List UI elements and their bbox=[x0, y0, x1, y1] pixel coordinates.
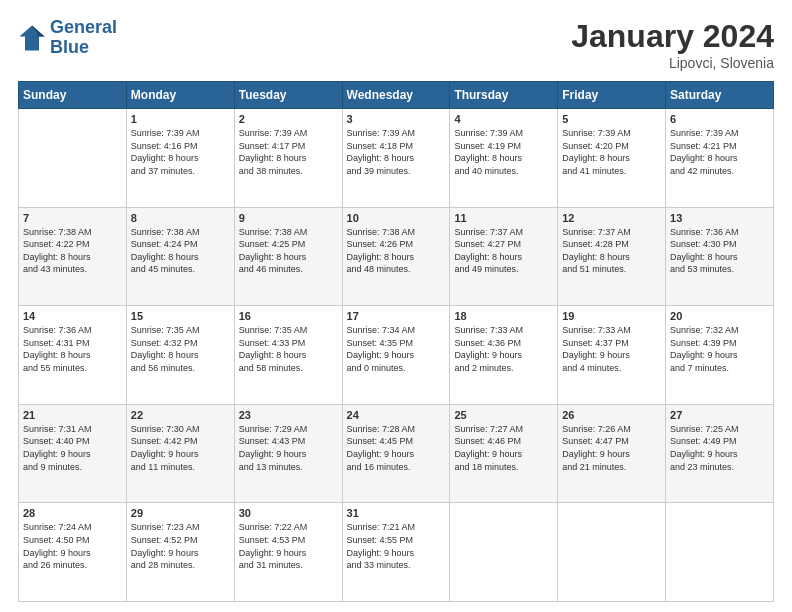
calendar-cell: 27Sunrise: 7:25 AMSunset: 4:49 PMDayligh… bbox=[666, 404, 774, 503]
calendar-cell: 3Sunrise: 7:39 AMSunset: 4:18 PMDaylight… bbox=[342, 109, 450, 208]
calendar-cell: 2Sunrise: 7:39 AMSunset: 4:17 PMDaylight… bbox=[234, 109, 342, 208]
day-number: 13 bbox=[670, 212, 769, 224]
calendar-table: SundayMondayTuesdayWednesdayThursdayFrid… bbox=[18, 81, 774, 602]
day-info: Sunrise: 7:21 AMSunset: 4:55 PMDaylight:… bbox=[347, 521, 446, 571]
day-number: 15 bbox=[131, 310, 230, 322]
day-number: 20 bbox=[670, 310, 769, 322]
day-info: Sunrise: 7:23 AMSunset: 4:52 PMDaylight:… bbox=[131, 521, 230, 571]
logo: General Blue bbox=[18, 18, 117, 58]
calendar-cell: 25Sunrise: 7:27 AMSunset: 4:46 PMDayligh… bbox=[450, 404, 558, 503]
calendar-cell: 8Sunrise: 7:38 AMSunset: 4:24 PMDaylight… bbox=[126, 207, 234, 306]
day-number: 11 bbox=[454, 212, 553, 224]
day-info: Sunrise: 7:39 AMSunset: 4:17 PMDaylight:… bbox=[239, 127, 338, 177]
calendar-cell: 28Sunrise: 7:24 AMSunset: 4:50 PMDayligh… bbox=[19, 503, 127, 602]
weekday-header-saturday: Saturday bbox=[666, 82, 774, 109]
day-number: 8 bbox=[131, 212, 230, 224]
calendar-week-row: 14Sunrise: 7:36 AMSunset: 4:31 PMDayligh… bbox=[19, 306, 774, 405]
calendar-cell: 15Sunrise: 7:35 AMSunset: 4:32 PMDayligh… bbox=[126, 306, 234, 405]
calendar-header-row: SundayMondayTuesdayWednesdayThursdayFrid… bbox=[19, 82, 774, 109]
day-info: Sunrise: 7:39 AMSunset: 4:19 PMDaylight:… bbox=[454, 127, 553, 177]
day-number: 25 bbox=[454, 409, 553, 421]
calendar-cell bbox=[558, 503, 666, 602]
calendar-cell: 11Sunrise: 7:37 AMSunset: 4:27 PMDayligh… bbox=[450, 207, 558, 306]
day-info: Sunrise: 7:39 AMSunset: 4:18 PMDaylight:… bbox=[347, 127, 446, 177]
day-number: 29 bbox=[131, 507, 230, 519]
calendar-cell: 31Sunrise: 7:21 AMSunset: 4:55 PMDayligh… bbox=[342, 503, 450, 602]
day-number: 3 bbox=[347, 113, 446, 125]
logo-general: General bbox=[50, 17, 117, 37]
logo-blue: Blue bbox=[50, 37, 89, 57]
day-number: 23 bbox=[239, 409, 338, 421]
weekday-header-wednesday: Wednesday bbox=[342, 82, 450, 109]
weekday-header-monday: Monday bbox=[126, 82, 234, 109]
calendar-cell: 21Sunrise: 7:31 AMSunset: 4:40 PMDayligh… bbox=[19, 404, 127, 503]
svg-marker-0 bbox=[19, 25, 44, 50]
calendar-cell: 5Sunrise: 7:39 AMSunset: 4:20 PMDaylight… bbox=[558, 109, 666, 208]
day-info: Sunrise: 7:26 AMSunset: 4:47 PMDaylight:… bbox=[562, 423, 661, 473]
day-info: Sunrise: 7:32 AMSunset: 4:39 PMDaylight:… bbox=[670, 324, 769, 374]
logo-icon bbox=[18, 24, 46, 52]
day-number: 30 bbox=[239, 507, 338, 519]
calendar-week-row: 28Sunrise: 7:24 AMSunset: 4:50 PMDayligh… bbox=[19, 503, 774, 602]
day-info: Sunrise: 7:39 AMSunset: 4:16 PMDaylight:… bbox=[131, 127, 230, 177]
calendar-cell: 16Sunrise: 7:35 AMSunset: 4:33 PMDayligh… bbox=[234, 306, 342, 405]
day-info: Sunrise: 7:25 AMSunset: 4:49 PMDaylight:… bbox=[670, 423, 769, 473]
day-info: Sunrise: 7:22 AMSunset: 4:53 PMDaylight:… bbox=[239, 521, 338, 571]
day-info: Sunrise: 7:36 AMSunset: 4:31 PMDaylight:… bbox=[23, 324, 122, 374]
calendar-week-row: 1Sunrise: 7:39 AMSunset: 4:16 PMDaylight… bbox=[19, 109, 774, 208]
calendar-cell: 20Sunrise: 7:32 AMSunset: 4:39 PMDayligh… bbox=[666, 306, 774, 405]
day-number: 6 bbox=[670, 113, 769, 125]
calendar-cell: 10Sunrise: 7:38 AMSunset: 4:26 PMDayligh… bbox=[342, 207, 450, 306]
day-number: 31 bbox=[347, 507, 446, 519]
calendar-cell: 17Sunrise: 7:34 AMSunset: 4:35 PMDayligh… bbox=[342, 306, 450, 405]
calendar-cell: 19Sunrise: 7:33 AMSunset: 4:37 PMDayligh… bbox=[558, 306, 666, 405]
day-info: Sunrise: 7:38 AMSunset: 4:25 PMDaylight:… bbox=[239, 226, 338, 276]
page: General Blue January 2024 Lipovci, Slove… bbox=[0, 0, 792, 612]
day-info: Sunrise: 7:38 AMSunset: 4:22 PMDaylight:… bbox=[23, 226, 122, 276]
calendar-cell: 13Sunrise: 7:36 AMSunset: 4:30 PMDayligh… bbox=[666, 207, 774, 306]
calendar-week-row: 21Sunrise: 7:31 AMSunset: 4:40 PMDayligh… bbox=[19, 404, 774, 503]
day-number: 27 bbox=[670, 409, 769, 421]
day-info: Sunrise: 7:35 AMSunset: 4:32 PMDaylight:… bbox=[131, 324, 230, 374]
day-number: 4 bbox=[454, 113, 553, 125]
calendar-cell: 23Sunrise: 7:29 AMSunset: 4:43 PMDayligh… bbox=[234, 404, 342, 503]
day-number: 9 bbox=[239, 212, 338, 224]
day-info: Sunrise: 7:39 AMSunset: 4:20 PMDaylight:… bbox=[562, 127, 661, 177]
calendar-cell: 9Sunrise: 7:38 AMSunset: 4:25 PMDaylight… bbox=[234, 207, 342, 306]
day-info: Sunrise: 7:37 AMSunset: 4:27 PMDaylight:… bbox=[454, 226, 553, 276]
calendar-cell bbox=[19, 109, 127, 208]
calendar-cell: 6Sunrise: 7:39 AMSunset: 4:21 PMDaylight… bbox=[666, 109, 774, 208]
day-info: Sunrise: 7:38 AMSunset: 4:24 PMDaylight:… bbox=[131, 226, 230, 276]
day-info: Sunrise: 7:35 AMSunset: 4:33 PMDaylight:… bbox=[239, 324, 338, 374]
day-info: Sunrise: 7:34 AMSunset: 4:35 PMDaylight:… bbox=[347, 324, 446, 374]
weekday-header-thursday: Thursday bbox=[450, 82, 558, 109]
calendar-cell: 4Sunrise: 7:39 AMSunset: 4:19 PMDaylight… bbox=[450, 109, 558, 208]
day-info: Sunrise: 7:33 AMSunset: 4:37 PMDaylight:… bbox=[562, 324, 661, 374]
day-number: 22 bbox=[131, 409, 230, 421]
day-number: 16 bbox=[239, 310, 338, 322]
calendar-cell: 29Sunrise: 7:23 AMSunset: 4:52 PMDayligh… bbox=[126, 503, 234, 602]
subtitle: Lipovci, Slovenia bbox=[571, 55, 774, 71]
day-number: 21 bbox=[23, 409, 122, 421]
day-number: 18 bbox=[454, 310, 553, 322]
calendar-cell bbox=[450, 503, 558, 602]
day-number: 5 bbox=[562, 113, 661, 125]
day-info: Sunrise: 7:33 AMSunset: 4:36 PMDaylight:… bbox=[454, 324, 553, 374]
calendar-cell: 22Sunrise: 7:30 AMSunset: 4:42 PMDayligh… bbox=[126, 404, 234, 503]
day-number: 19 bbox=[562, 310, 661, 322]
day-number: 28 bbox=[23, 507, 122, 519]
day-info: Sunrise: 7:30 AMSunset: 4:42 PMDaylight:… bbox=[131, 423, 230, 473]
day-number: 1 bbox=[131, 113, 230, 125]
title-block: January 2024 Lipovci, Slovenia bbox=[571, 18, 774, 71]
day-number: 14 bbox=[23, 310, 122, 322]
day-info: Sunrise: 7:29 AMSunset: 4:43 PMDaylight:… bbox=[239, 423, 338, 473]
weekday-header-sunday: Sunday bbox=[19, 82, 127, 109]
calendar-cell bbox=[666, 503, 774, 602]
calendar-cell: 7Sunrise: 7:38 AMSunset: 4:22 PMDaylight… bbox=[19, 207, 127, 306]
day-number: 7 bbox=[23, 212, 122, 224]
calendar-cell: 24Sunrise: 7:28 AMSunset: 4:45 PMDayligh… bbox=[342, 404, 450, 503]
day-info: Sunrise: 7:28 AMSunset: 4:45 PMDaylight:… bbox=[347, 423, 446, 473]
calendar-week-row: 7Sunrise: 7:38 AMSunset: 4:22 PMDaylight… bbox=[19, 207, 774, 306]
calendar-cell: 14Sunrise: 7:36 AMSunset: 4:31 PMDayligh… bbox=[19, 306, 127, 405]
day-info: Sunrise: 7:38 AMSunset: 4:26 PMDaylight:… bbox=[347, 226, 446, 276]
